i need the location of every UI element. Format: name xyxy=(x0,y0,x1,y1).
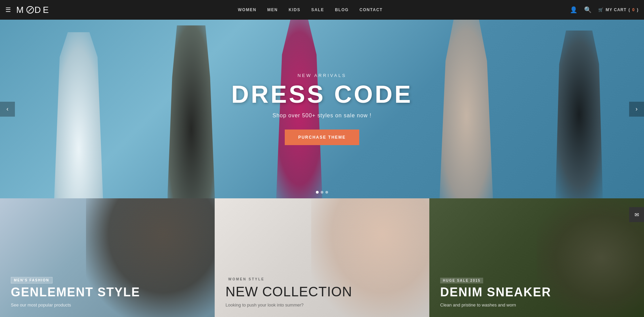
hamburger-menu[interactable]: ☰ xyxy=(5,6,11,14)
hero-subtitle: NEW ARRIVALS xyxy=(231,73,413,78)
nav-sale[interactable]: SALE xyxy=(311,7,324,12)
header-actions: 👤 🔍 🛒 MY CART (0) xyxy=(570,6,639,14)
panel-denim-title: DENIM SNEAKER xyxy=(440,285,551,299)
dot-2[interactable] xyxy=(321,191,323,194)
account-icon[interactable]: 👤 xyxy=(570,6,577,14)
category-panels: MEN'S FASHION GENLEMENT STYLE See our mo… xyxy=(0,198,644,317)
panel-denim-text: HUGE SALE 2015 DENIM SNEAKER Clean and p… xyxy=(440,277,551,308)
panel-men-desc: See our most popular products xyxy=(11,302,140,308)
panel-men-text: MEN'S FASHION GENLEMENT STYLE See our mo… xyxy=(11,277,140,308)
panel-women-desc: Looking to push your look into summer? xyxy=(226,302,352,308)
figure-dress-nude xyxy=(437,20,496,198)
hero-section: NEW ARRIVALS DRESS CODE Shop over 500+ s… xyxy=(0,20,644,198)
hero-next-arrow[interactable]: › xyxy=(629,102,644,117)
logo-circle xyxy=(26,6,34,14)
nav-blog[interactable]: BLOG xyxy=(335,7,349,12)
figure-dress-white xyxy=(51,32,106,198)
nav-contact[interactable]: CONTACT xyxy=(360,7,383,12)
search-icon[interactable]: 🔍 xyxy=(584,6,592,14)
panel-denim-desc: Clean and pristine to washes and worn xyxy=(440,302,551,308)
nav-women[interactable]: WOMEN xyxy=(238,7,257,12)
panel-men-title: GENLEMENT STYLE xyxy=(11,285,140,299)
nav-kids[interactable]: KIDS xyxy=(289,7,301,12)
hero-dots xyxy=(316,191,328,194)
hero-description: Shop over 500+ styles on sale now ! xyxy=(231,113,413,119)
panel-women[interactable]: WOMEN STYLE NEW COLLECTION Looking to pu… xyxy=(215,198,429,317)
panel-men[interactable]: MEN'S FASHION GENLEMENT STYLE See our mo… xyxy=(0,198,215,317)
hero-cta-button[interactable]: PURCHASE THEME xyxy=(285,130,360,145)
hero-content: NEW ARRIVALS DRESS CODE Shop over 500+ s… xyxy=(231,73,413,145)
figure-dress-black2 xyxy=(553,31,605,198)
panel-men-tag: MEN'S FASHION xyxy=(11,277,52,283)
hero-prev-arrow[interactable]: ‹ xyxy=(0,102,15,117)
panel-denim-tag: HUGE SALE 2015 xyxy=(440,278,483,283)
cart-label: MY CART xyxy=(606,7,626,12)
site-logo[interactable]: MDE xyxy=(16,5,51,15)
panel-denim[interactable]: HUGE SALE 2015 DENIM SNEAKER Clean and p… xyxy=(429,198,644,317)
panel-women-tag: WOMEN STYLE xyxy=(226,276,267,282)
panel-denim-figure xyxy=(537,198,644,317)
cart-icon: 🛒 xyxy=(598,7,604,12)
main-nav: WOMEN MEN KIDS SALE BLOG CONTACT xyxy=(238,7,383,12)
hero-title: DRESS CODE xyxy=(231,82,413,106)
panel-women-title: NEW COLLECTION xyxy=(226,284,352,299)
dot-1[interactable] xyxy=(316,191,319,194)
nav-men[interactable]: MEN xyxy=(267,7,278,12)
cart-link[interactable]: 🛒 MY CART (0) xyxy=(598,7,639,12)
figure-dress-black xyxy=(168,25,215,198)
site-header: ☰ MDE WOMEN MEN KIDS SALE BLOG CONTACT 👤… xyxy=(0,0,644,20)
cart-count: 0 xyxy=(632,7,635,12)
panel-women-text: WOMEN STYLE NEW COLLECTION Looking to pu… xyxy=(226,276,352,308)
email-sidebar-button[interactable]: ✉ xyxy=(629,207,644,222)
dot-3[interactable] xyxy=(325,191,328,194)
